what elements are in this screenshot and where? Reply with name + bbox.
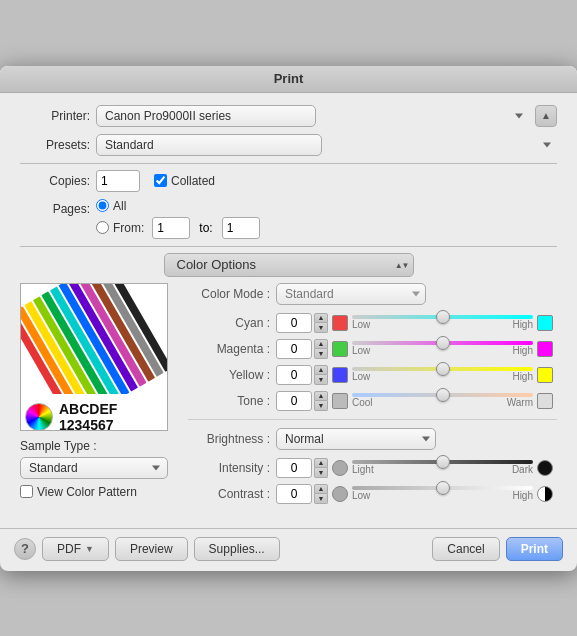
cyan-max: High — [512, 319, 533, 330]
preview-button[interactable]: Preview — [115, 537, 188, 561]
pdf-dropdown-arrow: ▼ — [85, 544, 94, 554]
yellow-right-swatch — [537, 367, 553, 383]
magenta-swatch — [332, 341, 348, 357]
yellow-stepper-down[interactable]: ▼ — [314, 375, 328, 385]
pages-from-radio-wrap[interactable]: From: — [96, 221, 144, 235]
cancel-button[interactable]: Cancel — [432, 537, 499, 561]
supplies-button[interactable]: Supplies... — [194, 537, 280, 561]
contrast-stepper-up[interactable]: ▲ — [314, 484, 328, 494]
sample-type-select[interactable]: Standard — [20, 457, 168, 479]
view-color-pattern-label: View Color Pattern — [37, 485, 137, 499]
tone-label: Tone : — [188, 394, 270, 408]
sample-type-label: Sample Type : — [20, 439, 178, 453]
contrast-stepper-down[interactable]: ▼ — [314, 494, 328, 504]
collated-checkbox-wrap[interactable]: Collated — [154, 174, 215, 188]
printer-select[interactable]: Canon Pro9000II series — [96, 105, 316, 127]
intensity-stepper-up[interactable]: ▲ — [314, 458, 328, 468]
pages-all-radio[interactable] — [96, 199, 109, 212]
cyan-block: Cyan : ▲ ▼ Low High — [188, 313, 557, 333]
printer-label: Printer: — [20, 109, 90, 123]
collated-checkbox[interactable] — [154, 174, 167, 187]
pdf-button[interactable]: PDF ▼ — [42, 537, 109, 561]
pages-to-label: to: — [199, 221, 212, 235]
contrast-stepper[interactable]: ▲ ▼ — [314, 484, 328, 504]
print-dialog: Print Printer: Canon Pro9000II series ▲ … — [0, 66, 577, 571]
cancel-label: Cancel — [447, 542, 484, 556]
magenta-min: Low — [352, 345, 370, 356]
brightness-select[interactable]: Normal — [276, 428, 436, 450]
pencils-svg — [21, 284, 167, 394]
cyan-label: Cyan : — [188, 316, 270, 330]
intensity-block: Intensity : ▲ ▼ Light Dark — [188, 458, 557, 478]
presets-label: Presets: — [20, 138, 90, 152]
intensity-min: Light — [352, 464, 374, 475]
color-options-bar: Color Options — [20, 253, 557, 277]
magenta-label: Magenta : — [188, 342, 270, 356]
tone-input[interactable] — [276, 391, 312, 411]
tone-right-swatch — [537, 393, 553, 409]
preview-image: ABCDEF 1234567 — [20, 283, 168, 431]
yellow-swatch — [332, 367, 348, 383]
intensity-right-icon — [537, 460, 553, 476]
pages-from-radio[interactable] — [96, 221, 109, 234]
printer-dropdown-btn[interactable]: ▲ — [535, 105, 557, 127]
preview-label: Preview — [130, 542, 173, 556]
pages-from-input[interactable] — [152, 217, 190, 239]
tone-swatch — [332, 393, 348, 409]
intensity-input[interactable] — [276, 458, 312, 478]
pages-all-radio-wrap[interactable]: All — [96, 199, 260, 213]
preview-label-area: ABCDEF 1234567 — [21, 397, 167, 431]
yellow-stepper-up[interactable]: ▲ — [314, 365, 328, 375]
tone-stepper-down[interactable]: ▼ — [314, 401, 328, 411]
help-button[interactable]: ? — [14, 538, 36, 560]
color-options-select[interactable]: Color Options — [164, 253, 414, 277]
intensity-stepper-down[interactable]: ▼ — [314, 468, 328, 478]
magenta-right-swatch — [537, 341, 553, 357]
magenta-stepper-up[interactable]: ▲ — [314, 339, 328, 349]
view-color-pattern-wrap[interactable]: View Color Pattern — [20, 485, 178, 499]
yellow-max: High — [512, 371, 533, 382]
contrast-min: Low — [352, 490, 370, 501]
cyan-stepper-up[interactable]: ▲ — [314, 313, 328, 323]
contrast-max: High — [512, 490, 533, 501]
color-mode-select[interactable]: Standard — [276, 283, 426, 305]
color-mode-label: Color Mode : — [188, 287, 270, 301]
tone-stepper-up[interactable]: ▲ — [314, 391, 328, 401]
tone-stepper[interactable]: ▲ ▼ — [314, 391, 328, 411]
supplies-label: Supplies... — [209, 542, 265, 556]
magenta-input[interactable] — [276, 339, 312, 359]
bottom-bar: ? PDF ▼ Preview Supplies... Cancel Print — [0, 528, 577, 571]
cyan-stepper[interactable]: ▲ ▼ — [314, 313, 328, 333]
contrast-input[interactable] — [276, 484, 312, 504]
magenta-block: Magenta : ▲ ▼ Low High — [188, 339, 557, 359]
pages-to-input[interactable] — [222, 217, 260, 239]
yellow-label: Yellow : — [188, 368, 270, 382]
yellow-block: Yellow : ▲ ▼ Low High — [188, 365, 557, 385]
cyan-right-swatch — [537, 315, 553, 331]
intensity-max: Dark — [512, 464, 533, 475]
pdf-label: PDF — [57, 542, 81, 556]
cyan-stepper-down[interactable]: ▼ — [314, 323, 328, 333]
magenta-max: High — [512, 345, 533, 356]
tone-block: Tone : ▲ ▼ Cool Warm — [188, 391, 557, 411]
cyan-min: Low — [352, 319, 370, 330]
preview-text2: 1234567 — [59, 417, 117, 430]
view-color-pattern-checkbox[interactable] — [20, 485, 33, 498]
dialog-title: Print — [274, 71, 304, 86]
magenta-stepper-down[interactable]: ▼ — [314, 349, 328, 359]
presets-select[interactable]: Standard — [96, 134, 322, 156]
cyan-input[interactable] — [276, 313, 312, 333]
color-wheel-icon — [25, 403, 53, 430]
print-button[interactable]: Print — [506, 537, 563, 561]
yellow-stepper[interactable]: ▲ ▼ — [314, 365, 328, 385]
yellow-input[interactable] — [276, 365, 312, 385]
pages-all-label: All — [113, 199, 126, 213]
sample-type-select-wrap[interactable]: Standard — [20, 457, 168, 479]
title-bar: Print — [0, 66, 577, 93]
magenta-stepper[interactable]: ▲ ▼ — [314, 339, 328, 359]
yellow-min: Low — [352, 371, 370, 382]
preview-text1: ABCDEF — [59, 401, 117, 418]
copies-input[interactable]: 1 — [96, 170, 140, 192]
print-label: Print — [521, 542, 548, 556]
intensity-stepper[interactable]: ▲ ▼ — [314, 458, 328, 478]
